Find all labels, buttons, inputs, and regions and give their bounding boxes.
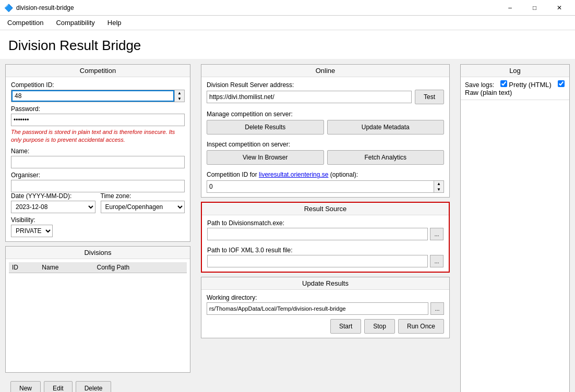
panel-competition: Competition Competition ID: 48 ▲ ▼ Passw… — [0, 59, 196, 392]
col-id: ID — [9, 262, 39, 273]
minimize-button[interactable]: – — [498, 0, 522, 16]
titlebar-title: division-result-bridge — [16, 4, 498, 11]
menu-item-compatibility[interactable]: Compatibility — [51, 17, 100, 29]
date-select[interactable]: 2023-12-08 — [11, 201, 95, 213]
working-dir-row: rs/Thomas/AppData/Local/Temp/division-re… — [207, 302, 444, 315]
competition-id-down[interactable]: ▼ — [175, 96, 184, 102]
organiser-input[interactable] — [11, 180, 185, 192]
visibility-label: Visibility: — [11, 216, 185, 224]
liveresultat-spinner[interactable]: 0 ▲ ▼ — [207, 180, 444, 193]
save-logs-label: Save logs: — [465, 81, 494, 89]
timezone-group: Time zone: Europe/Copenhagen UTC Europe/… — [101, 192, 185, 213]
update-results-body: Working directory: rs/Thomas/AppData/Loc… — [201, 290, 449, 338]
iof-xml-input[interactable] — [207, 255, 428, 267]
app-title: Division Result Bridge — [0, 30, 575, 59]
close-button[interactable]: ✕ — [547, 0, 571, 16]
pretty-html-label[interactable]: Pretty (HTML) — [500, 81, 554, 89]
result-source-section: Result Source Path to Divisionsmatch.exe… — [201, 202, 450, 273]
stop-button[interactable]: Stop — [364, 319, 395, 334]
view-in-browser-button[interactable]: View In Browser — [207, 150, 324, 165]
online-section-title: Online — [201, 65, 449, 77]
working-dir-browse-button[interactable]: ... — [430, 302, 444, 315]
edit-button[interactable]: Edit — [44, 381, 73, 392]
log-area — [461, 100, 569, 392]
liveresultat-id-input[interactable]: 0 — [207, 181, 434, 192]
date-label: Date (YYYY-MM-DD): — [11, 192, 95, 200]
working-dir-input[interactable]: rs/Thomas/AppData/Local/Temp/division-re… — [207, 302, 428, 315]
log-section-title: Log — [461, 65, 569, 77]
titlebar: 🔷 division-result-bridge – □ ✕ — [0, 0, 575, 16]
menu-item-competition[interactable]: Competition — [2, 17, 49, 29]
competition-section-body: Competition ID: 48 ▲ ▼ Password: The pas… — [6, 77, 190, 241]
competition-section-title: Competition — [6, 65, 190, 77]
password-input[interactable] — [11, 114, 185, 126]
maximize-button[interactable]: □ — [523, 0, 546, 16]
iof-xml-row: ... — [207, 255, 444, 267]
competition-id-spinner[interactable]: 48 ▲ ▼ — [11, 90, 185, 102]
panel-online: Online Division Result Server address: h… — [196, 59, 455, 392]
competition-section: Competition Competition ID: 48 ▲ ▼ Passw… — [5, 64, 190, 242]
manage-label: Manage competition on server: — [207, 111, 444, 118]
server-address-label: Division Result Server address: — [207, 81, 444, 89]
online-section-body: Division Result Server address: https://… — [201, 77, 449, 197]
divisionsmatch-browse-button[interactable]: ... — [430, 228, 444, 240]
name-label: Name: — [11, 148, 185, 155]
inspect-buttons: View In Browser Fetch Analytics — [207, 150, 444, 165]
password-label: Password: — [11, 105, 185, 113]
main-content: Competition Competition ID: 48 ▲ ▼ Passw… — [0, 59, 575, 392]
titlebar-controls: – □ ✕ — [498, 0, 571, 16]
name-input[interactable] — [11, 156, 185, 168]
iof-xml-browse-button[interactable]: ... — [430, 255, 444, 267]
online-section: Online Division Result Server address: h… — [201, 64, 450, 198]
result-source-title: Result Source — [202, 203, 449, 215]
delete-results-button[interactable]: Delete Results — [207, 120, 324, 134]
manage-buttons: Delete Results Update Metadata — [207, 120, 444, 134]
competition-id-arrows: ▲ ▼ — [174, 90, 184, 102]
test-button[interactable]: Test — [415, 90, 444, 104]
pretty-html-checkbox[interactable] — [500, 80, 507, 87]
start-button[interactable]: Start — [330, 319, 361, 334]
working-dir-label: Working directory: — [207, 294, 444, 301]
divisions-section-body: ID Name Config Path — [6, 259, 190, 342]
panel-log: Log Save logs: Pretty (HTML) Raw (plain … — [455, 59, 575, 392]
log-panel-box: Log Save logs: Pretty (HTML) Raw (plain … — [460, 64, 570, 392]
new-button[interactable]: New — [10, 381, 41, 392]
divisions-table: ID Name Config Path — [9, 262, 187, 273]
fetch-analytics-button[interactable]: Fetch Analytics — [327, 150, 445, 165]
inspect-label: Inspect competition on server: — [207, 141, 444, 148]
menubar: Competition Compatibility Help — [0, 16, 575, 30]
raw-plain-text-checkbox[interactable] — [558, 80, 565, 87]
timezone-select[interactable]: Europe/Copenhagen UTC Europe/London — [101, 201, 185, 213]
bottom-buttons: New Edit Delete — [5, 377, 190, 392]
update-results-section: Update Results Working directory: rs/Tho… — [201, 277, 450, 338]
divisions-section: Divisions ID Name Config Path — [5, 246, 190, 373]
col-name: Name — [39, 262, 93, 273]
liveresultat-id-down[interactable]: ▼ — [434, 187, 444, 192]
password-warning: The password is stored in plain text and… — [11, 128, 185, 144]
iof-xml-label: Path to IOF XML 3.0 result file: — [207, 247, 444, 254]
result-source-body: Path to Divisionsmatch.exe: ... Path to … — [202, 215, 449, 272]
divisionsmatch-input[interactable] — [207, 228, 428, 240]
divisions-section-title: Divisions — [6, 247, 190, 259]
delete-button[interactable]: Delete — [76, 381, 112, 392]
liveresultat-id-up[interactable]: ▲ — [434, 181, 444, 187]
update-metadata-button[interactable]: Update Metadata — [327, 120, 445, 134]
visibility-select[interactable]: PRIVATE PUBLIC — [11, 225, 53, 237]
col-config-path: Config Path — [93, 262, 187, 273]
menu-item-help[interactable]: Help — [102, 17, 127, 29]
competition-id-up[interactable]: ▲ — [175, 90, 184, 96]
server-address-input[interactable]: https://divi.thomilist.net/ — [207, 91, 412, 103]
date-timezone-row: Date (YYYY-MM-DD): 2023-12-08 Time zone:… — [11, 192, 185, 213]
update-results-title: Update Results — [201, 277, 449, 290]
divisionsmatch-row: ... — [207, 228, 444, 240]
competition-id-label: Competition ID: — [11, 81, 185, 89]
organiser-label: Organiser: — [11, 172, 185, 179]
action-buttons: Start Stop Run Once — [207, 319, 444, 334]
competition-id-input[interactable]: 48 — [11, 90, 174, 102]
date-group: Date (YYYY-MM-DD): 2023-12-08 — [11, 192, 95, 213]
divisionsmatch-label: Path to Divisionsmatch.exe: — [207, 219, 444, 227]
titlebar-icon: 🔷 — [4, 4, 13, 12]
timezone-label: Time zone: — [101, 192, 185, 200]
liveresultat-link[interactable]: liveresultat.orientering.se — [259, 171, 328, 178]
run-once-button[interactable]: Run Once — [398, 319, 444, 334]
